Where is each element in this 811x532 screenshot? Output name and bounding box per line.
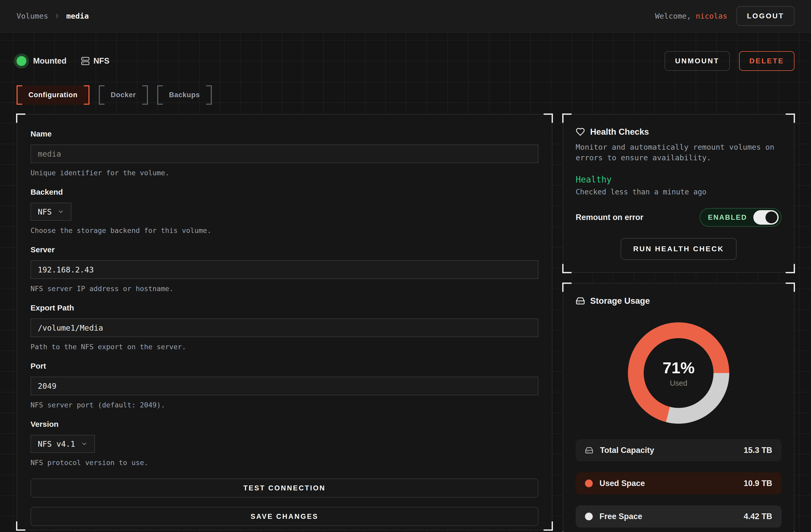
server-help: NFS server IP address or hostname. bbox=[31, 285, 538, 293]
name-input[interactable]: media bbox=[31, 144, 538, 163]
health-description: Monitor and automatically remount volume… bbox=[576, 142, 781, 163]
welcome-text: Welcome, nicolas bbox=[655, 12, 727, 20]
chevron-down-icon bbox=[81, 440, 88, 447]
backend-help: Choose the storage backend for this volu… bbox=[31, 226, 538, 234]
mounted-status-dot bbox=[17, 56, 26, 66]
free-space-dot bbox=[585, 513, 593, 520]
storage-percent-used: 71% bbox=[662, 359, 694, 377]
username: nicolas bbox=[696, 12, 727, 20]
health-checks-title: Health Checks bbox=[590, 127, 649, 137]
server-field-group: Server 192.168.2.43 NFS server IP addres… bbox=[31, 245, 538, 293]
version-label: Version bbox=[31, 420, 538, 428]
backend-select[interactable]: NFS bbox=[31, 203, 71, 221]
total-capacity-row: Total Capacity 15.3 TB bbox=[576, 439, 781, 461]
storage-percent-caption: Used bbox=[670, 379, 687, 388]
health-last-checked: Checked less than a minute ago bbox=[576, 188, 781, 196]
name-help: Unique identifier for the volume. bbox=[31, 169, 538, 177]
health-status-text: Healthy bbox=[576, 174, 781, 185]
run-health-check-button[interactable]: RUN HEALTH CHECK bbox=[621, 238, 736, 260]
port-field-group: Port 2049 NFS server port (default: 2049… bbox=[31, 362, 538, 409]
total-capacity-label: Total Capacity bbox=[600, 445, 654, 455]
remount-on-error-label: Remount on error bbox=[576, 213, 643, 222]
remount-toggle-state: ENABLED bbox=[708, 214, 747, 221]
mounted-status-label: Mounted bbox=[33, 56, 66, 66]
port-label: Port bbox=[31, 362, 538, 371]
heart-icon bbox=[576, 127, 585, 137]
version-select-value: NFS v4.1 bbox=[38, 439, 75, 449]
configuration-panel: Name media Unique identifier for the vol… bbox=[17, 114, 552, 530]
version-select[interactable]: NFS v4.1 bbox=[31, 435, 95, 453]
port-help: NFS server port (default: 2049). bbox=[31, 401, 538, 409]
storage-usage-title: Storage Usage bbox=[590, 296, 650, 306]
toggle-switch-track bbox=[753, 210, 779, 225]
breadcrumb-current: media bbox=[66, 12, 89, 20]
backend-badge-label: NFS bbox=[93, 56, 109, 66]
used-space-dot bbox=[585, 480, 593, 487]
tab-docker[interactable]: Docker bbox=[99, 85, 148, 105]
storage-usage-panel: Storage Usage 71% Used Total Capacity 15… bbox=[563, 283, 794, 532]
total-capacity-value: 15.3 TB bbox=[744, 445, 772, 455]
storage-donut-chart: 71% Used bbox=[628, 322, 729, 424]
used-space-row: Used Space 10.9 TB bbox=[576, 472, 781, 495]
remount-toggle[interactable]: ENABLED bbox=[700, 208, 781, 227]
backend-field-group: Backend NFS Choose the storage backend f… bbox=[31, 188, 538, 234]
export-path-label: Export Path bbox=[31, 303, 538, 312]
delete-button[interactable]: DELETE bbox=[739, 51, 794, 71]
logout-button[interactable]: LOGOUT bbox=[736, 6, 794, 26]
port-input[interactable]: 2049 bbox=[31, 377, 538, 395]
tab-backups[interactable]: Backups bbox=[157, 85, 212, 105]
breadcrumb: Volumes media bbox=[17, 12, 89, 20]
hard-drive-icon bbox=[585, 446, 593, 454]
name-field-group: Name media Unique identifier for the vol… bbox=[31, 129, 538, 177]
used-space-value: 10.9 TB bbox=[744, 479, 772, 488]
version-field-group: Version NFS v4.1 NFS protocol version to… bbox=[31, 420, 538, 467]
free-space-label: Free Space bbox=[599, 512, 642, 521]
hard-drive-icon bbox=[576, 296, 585, 306]
server-input[interactable]: 192.168.2.43 bbox=[31, 260, 538, 279]
backend-label: Backend bbox=[31, 188, 538, 197]
server-icon bbox=[81, 57, 90, 65]
toggle-switch-knob bbox=[765, 212, 777, 223]
name-label: Name bbox=[31, 129, 538, 138]
breadcrumb-volumes-link[interactable]: Volumes bbox=[17, 12, 48, 20]
free-space-row: Free Space 4.42 TB bbox=[576, 505, 781, 528]
chevron-right-icon bbox=[54, 13, 61, 19]
export-path-field-group: Export Path /volume1/Media Path to the N… bbox=[31, 303, 538, 351]
test-connection-button[interactable]: TEST CONNECTION bbox=[31, 479, 538, 498]
top-bar: Volumes media Welcome, nicolas LOGOUT bbox=[0, 0, 811, 33]
used-space-label: Used Space bbox=[599, 479, 645, 488]
backend-badge: NFS bbox=[81, 56, 109, 66]
server-label: Server bbox=[31, 245, 538, 254]
chevron-down-icon bbox=[57, 208, 64, 215]
volume-status-row: Mounted NFS UNMOUNT DELETE bbox=[17, 51, 794, 71]
free-space-value: 4.42 TB bbox=[744, 512, 772, 521]
tab-configuration[interactable]: Configuration bbox=[17, 85, 90, 105]
unmount-button[interactable]: UNMOUNT bbox=[664, 51, 730, 71]
export-path-help: Path to the NFS export on the server. bbox=[31, 343, 538, 351]
tab-bar: Configuration Docker Backups bbox=[17, 85, 794, 105]
form-actions: TEST CONNECTION SAVE CHANGES bbox=[31, 479, 538, 526]
version-help: NFS protocol version to use. bbox=[31, 458, 538, 467]
health-checks-panel: Health Checks Monitor and automatically … bbox=[563, 114, 794, 273]
backend-select-value: NFS bbox=[38, 207, 52, 216]
save-changes-button[interactable]: SAVE CHANGES bbox=[31, 507, 538, 526]
export-path-input[interactable]: /volume1/Media bbox=[31, 318, 538, 337]
